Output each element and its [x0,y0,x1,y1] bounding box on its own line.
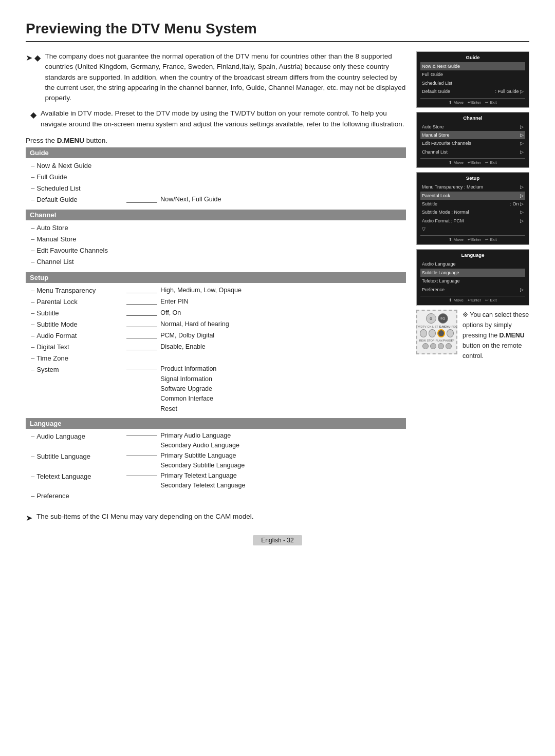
tv-channel-footer: ⬆ Move ↵Enter ↩ Exit [420,158,525,165]
setup-item-system-label: System [36,364,126,375]
tv-lang-item-audio: Audio Language [420,260,525,268]
setup-item-digitaltext-note: Disable, Enable [160,342,206,352]
bullet-sym-2: ◆ [26,109,36,129]
remote-label-rec: REC [451,325,457,328]
setup-items: – Menu Transparency High, Medium, Low, O… [26,285,406,414]
tv-setup-footer-exit: ↩ Exit [485,237,497,242]
setup-item-subtitle: – Subtitle Off, On [31,308,406,319]
channel-items: – Auto Store – Manual Store – Edit Favou… [26,222,406,268]
remote-btn-rec [447,329,454,337]
guide-item-default-label: Default Guide [36,194,126,205]
tv-lang-footer-move: ⬆ Move [449,298,464,303]
page-footer: English - 32 [26,535,529,545]
setup-item-subtitlemode-label: Subtitle Mode [36,319,126,330]
lang-item-preference: – Preference [31,490,406,502]
lang-item-preference-label: Preference [36,490,126,502]
channel-item-list: – Channel List [31,256,406,268]
tv-screen-channel: Channel Auto Store ▷ Manual Store ▷ Edit… [416,112,529,168]
language-items: – Audio Language Primary Audio LanguageS… [26,431,406,502]
tv-channel-manualstore-arrow: ▷ [520,131,524,139]
setup-item-digitaltext: – Digital Text Disable, Enable [31,342,406,353]
tv-setup-item-subtitle: Subtitle : On ▷ [420,200,525,208]
remote-btn-tvdtv [420,329,427,337]
remote-label-play: PLAY/PAUSE [436,339,450,342]
setup-item-parental-label: Parental Lock [36,296,126,308]
channel-item-list-label: Channel List [36,256,126,268]
lang-item-audio-label: Audio Language [36,431,126,442]
tv-guide-default-label: Default Guide [422,88,450,95]
tv-screen-setup: Setup Menu Transparency : Medium ▷ Paren… [416,172,529,245]
tv-setup-subtitlemode-arrow: ▷ [520,209,524,216]
tv-channel-footer-enter: ↵Enter [468,160,481,165]
remote-labels-2: REW STOP PLAY/PAUSE FF [420,339,454,342]
remote-label-tvdtv: TV/DTV [416,325,427,328]
lang-item-teletext: – Teletext Language Primary Teletext Lan… [31,471,406,491]
channel-header: Channel [26,210,406,220]
tv-guide-footer: ⬆ Move ↵Enter ↩ Exit [420,98,525,105]
guide-items: – Now & Next Guide – Full Guide – Schedu… [26,160,406,205]
bullet-item-1: ➤ ◆ The company does not guarantee the n… [26,51,406,103]
setup-item-audioformat-note: PCM, Dolby Digital [160,331,214,341]
tv-screen-language: Language Audio Language Subtitle Languag… [416,249,529,306]
tv-lang-footer-enter: ↵Enter [468,298,481,303]
tv-channel-editfav-arrow: ▷ [520,140,524,147]
tv-channel-footer-exit: ↩ Exit [485,160,497,165]
tv-guide-nownext-label: Now & Next Guide [422,63,460,70]
tv-screen-guide-title: Guide [420,54,525,60]
tv-setup-audioformat-label: Audio Format : PCM [422,217,464,224]
setup-item-transparency-label: Menu Transparency [36,285,126,296]
tv-guide-item-full: Full Guide [420,70,525,79]
channel-item-editfav: – Edit Favourite Channels [31,245,406,256]
guide-item-scheduled-label: Scheduled List [36,183,126,194]
tv-lang-item-subtitle: Subtitle Language [420,269,525,277]
lang-item-audio-note: Primary Audio LanguageSecondary Audio La… [160,431,239,451]
tv-setup-transparency-label: Menu Transparency : Medium [422,183,483,191]
setup-item-parental-note: Enter PIN [160,297,188,307]
tv-screen-setup-title: Setup [420,175,525,181]
bullet-text-1: The company does not guarantee the norma… [45,51,406,103]
guide-item-default: – Default Guide Now/Next, Full Guide [31,194,406,205]
remote-mid-row [420,329,454,337]
tv-setup-more-sym: ▽ [422,225,425,233]
page-title: Previewing the DTV Menu System [26,21,529,42]
remote-note-sym: ※ [462,311,470,318]
remote-label-stop: STOP [427,339,435,342]
tv-channel-autostore-label: Auto Store [422,123,444,130]
tv-guide-scheduled-label: Scheduled List [422,80,452,87]
bottom-note: ➤ The sub-items of the CI Menu may vary … [26,511,406,525]
tv-lang-audio-label: Audio Language [422,260,456,268]
tv-lang-item-preference: Preference ▷ [420,286,525,294]
tv-channel-list-arrow: ▷ [520,148,524,156]
setup-item-subtitle-note: Off, On [160,308,181,318]
setup-item-transparency-note: High, Medium, Low, Opaque [160,286,242,295]
tv-lang-subtitle-label: Subtitle Language [422,269,459,276]
bottom-note-text: The sub-items of the CI Menu may vary de… [36,511,253,525]
guide-item-scheduled: – Scheduled List [31,183,406,194]
setup-item-system: – System Product InformationSignal Infor… [31,364,406,414]
remote-note-dmenu: D.MENU [499,332,525,339]
tv-setup-item-subtitlemode: Subtitle Mode : Normal ▷ [420,208,525,216]
lang-item-audio: – Audio Language Primary Audio LanguageS… [31,431,406,451]
tv-setup-footer-enter: ↵Enter [468,237,481,242]
remote-btn-playpause [438,343,444,349]
tv-screen-channel-title: Channel [420,115,525,121]
remote-label-rew: REW [419,339,426,342]
tv-lang-footer-exit: ↩ Exit [485,298,497,303]
tv-lang-preference-arrow: ▷ [520,286,524,293]
lang-item-subtitle-note: Primary Subtitle LanguageSecondary Subti… [160,451,245,471]
tv-setup-footer-move: ⬆ Move [449,237,464,242]
channel-item-autostore-label: Auto Store [36,222,126,234]
remote-btn-chlist [429,329,436,337]
remote-section: 0 EQ TV/DTV CH.LIST D.MENU REC REW [416,310,529,361]
setup-header: Setup [26,272,406,283]
setup-item-transparency: – Menu Transparency High, Medium, Low, O… [31,285,406,296]
bullet-section: ➤ ◆ The company does not guarantee the n… [26,51,406,129]
lang-item-teletext-note: Primary Teletext LanguageSecondary Telet… [160,471,245,491]
tv-lang-item-teletext: Teletext Language [420,277,525,285]
remote-label-dmenu: D.MENU [439,325,451,328]
tv-lang-footer: ⬆ Move ↵Enter ↩ Exit [420,296,525,303]
remote-label-ff: FF [451,339,455,342]
tv-setup-subtitlemode-label: Subtitle Mode : Normal [422,209,469,216]
tv-channel-item-autostore: Auto Store ▷ [420,123,525,131]
setup-item-subtitlemode: – Subtitle Mode Normal, Hard of hearing [31,319,406,330]
